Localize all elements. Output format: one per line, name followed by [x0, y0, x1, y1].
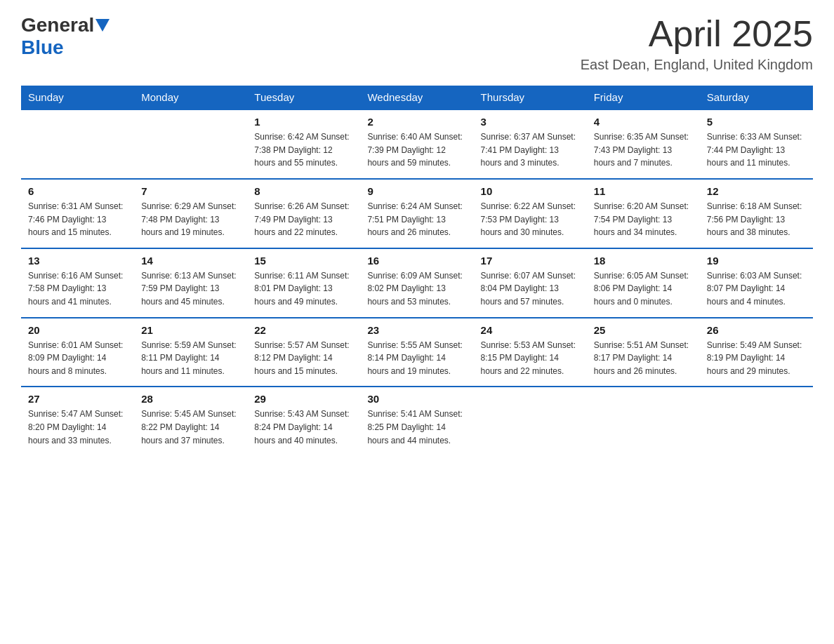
day-info: Sunrise: 5:57 AM Sunset: 8:12 PM Dayligh… [254, 339, 353, 378]
day-info: Sunrise: 5:45 AM Sunset: 8:22 PM Dayligh… [141, 408, 240, 447]
day-info: Sunrise: 6:22 AM Sunset: 7:53 PM Dayligh… [481, 200, 580, 239]
logo-blue-text: Blue [21, 36, 64, 59]
day-info: Sunrise: 6:26 AM Sunset: 7:49 PM Dayligh… [254, 200, 353, 239]
logo: General Blue [21, 14, 111, 59]
calendar-cell: 14Sunrise: 6:13 AM Sunset: 7:59 PM Dayli… [134, 248, 247, 318]
week-row-3: 13Sunrise: 6:16 AM Sunset: 7:58 PM Dayli… [21, 248, 813, 318]
day-number: 3 [481, 116, 580, 128]
day-info: Sunrise: 6:05 AM Sunset: 8:06 PM Dayligh… [594, 269, 693, 309]
day-number: 12 [707, 185, 806, 197]
day-info: Sunrise: 6:11 AM Sunset: 8:01 PM Dayligh… [254, 269, 353, 309]
day-info: Sunrise: 6:42 AM Sunset: 7:38 PM Dayligh… [254, 130, 353, 170]
calendar-cell: 1Sunrise: 6:42 AM Sunset: 7:38 PM Daylig… [247, 109, 360, 179]
subtitle: East Dean, England, United Kingdom [581, 57, 813, 73]
day-number: 15 [254, 255, 353, 267]
day-number: 18 [594, 255, 693, 267]
page-title: April 2025 [581, 14, 813, 54]
day-info: Sunrise: 5:59 AM Sunset: 8:11 PM Dayligh… [141, 339, 240, 378]
calendar-cell: 6Sunrise: 6:31 AM Sunset: 7:46 PM Daylig… [21, 179, 134, 248]
day-number: 9 [367, 185, 466, 197]
calendar-cell: 5Sunrise: 6:33 AM Sunset: 7:44 PM Daylig… [700, 109, 813, 179]
day-info: Sunrise: 5:51 AM Sunset: 8:17 PM Dayligh… [594, 339, 693, 378]
header: General Blue April 2025 East Dean, Engla… [21, 14, 813, 73]
calendar-cell [474, 387, 587, 455]
weekday-header-friday: Friday [587, 86, 700, 109]
day-number: 24 [481, 324, 580, 336]
day-number: 25 [594, 324, 693, 336]
calendar-cell: 3Sunrise: 6:37 AM Sunset: 7:41 PM Daylig… [474, 109, 587, 179]
calendar-cell: 24Sunrise: 5:53 AM Sunset: 8:15 PM Dayli… [474, 318, 587, 387]
calendar-cell: 11Sunrise: 6:20 AM Sunset: 7:54 PM Dayli… [587, 179, 700, 248]
day-number: 26 [707, 324, 806, 336]
day-number: 17 [481, 255, 580, 267]
day-info: Sunrise: 6:37 AM Sunset: 7:41 PM Dayligh… [481, 130, 580, 170]
day-number: 1 [254, 116, 353, 128]
day-info: Sunrise: 6:09 AM Sunset: 8:02 PM Dayligh… [367, 269, 466, 309]
calendar-header: SundayMondayTuesdayWednesdayThursdayFrid… [21, 86, 813, 109]
calendar-cell [134, 109, 247, 179]
day-info: Sunrise: 6:40 AM Sunset: 7:39 PM Dayligh… [367, 130, 466, 170]
logo-triangle-icon [95, 19, 110, 32]
calendar-cell: 9Sunrise: 6:24 AM Sunset: 7:51 PM Daylig… [360, 179, 473, 248]
calendar-cell: 18Sunrise: 6:05 AM Sunset: 8:06 PM Dayli… [587, 248, 700, 318]
day-info: Sunrise: 6:18 AM Sunset: 7:56 PM Dayligh… [707, 200, 806, 239]
calendar-cell: 25Sunrise: 5:51 AM Sunset: 8:17 PM Dayli… [587, 318, 700, 387]
day-number: 13 [28, 255, 127, 267]
day-info: Sunrise: 5:47 AM Sunset: 8:20 PM Dayligh… [28, 408, 127, 447]
calendar-cell: 22Sunrise: 5:57 AM Sunset: 8:12 PM Dayli… [247, 318, 360, 387]
day-info: Sunrise: 5:43 AM Sunset: 8:24 PM Dayligh… [254, 408, 353, 447]
day-number: 29 [254, 393, 353, 405]
day-number: 10 [481, 185, 580, 197]
day-info: Sunrise: 6:16 AM Sunset: 7:58 PM Dayligh… [28, 269, 127, 309]
day-number: 20 [28, 324, 127, 336]
calendar-cell: 16Sunrise: 6:09 AM Sunset: 8:02 PM Dayli… [360, 248, 473, 318]
day-info: Sunrise: 6:03 AM Sunset: 8:07 PM Dayligh… [707, 269, 806, 309]
calendar-cell: 4Sunrise: 6:35 AM Sunset: 7:43 PM Daylig… [587, 109, 700, 179]
calendar-cell: 23Sunrise: 5:55 AM Sunset: 8:14 PM Dayli… [360, 318, 473, 387]
day-number: 14 [141, 255, 240, 267]
weekday-header-tuesday: Tuesday [247, 86, 360, 109]
calendar-cell: 20Sunrise: 6:01 AM Sunset: 8:09 PM Dayli… [21, 318, 134, 387]
day-info: Sunrise: 5:49 AM Sunset: 8:19 PM Dayligh… [707, 339, 806, 378]
day-number: 22 [254, 324, 353, 336]
day-info: Sunrise: 6:20 AM Sunset: 7:54 PM Dayligh… [594, 200, 693, 239]
logo-general-text: General [21, 14, 94, 36]
week-row-2: 6Sunrise: 6:31 AM Sunset: 7:46 PM Daylig… [21, 179, 813, 248]
weekday-header-monday: Monday [134, 86, 247, 109]
calendar-cell: 13Sunrise: 6:16 AM Sunset: 7:58 PM Dayli… [21, 248, 134, 318]
day-info: Sunrise: 5:55 AM Sunset: 8:14 PM Dayligh… [367, 339, 466, 378]
title-area: April 2025 East Dean, England, United Ki… [581, 14, 813, 73]
calendar-cell: 26Sunrise: 5:49 AM Sunset: 8:19 PM Dayli… [700, 318, 813, 387]
calendar-cell: 21Sunrise: 5:59 AM Sunset: 8:11 PM Dayli… [134, 318, 247, 387]
day-info: Sunrise: 6:35 AM Sunset: 7:43 PM Dayligh… [594, 130, 693, 170]
week-row-5: 27Sunrise: 5:47 AM Sunset: 8:20 PM Dayli… [21, 387, 813, 455]
day-number: 11 [594, 185, 693, 197]
day-number: 6 [28, 185, 127, 197]
day-number: 19 [707, 255, 806, 267]
calendar-cell: 28Sunrise: 5:45 AM Sunset: 8:22 PM Dayli… [134, 387, 247, 455]
calendar-cell [21, 109, 134, 179]
day-info: Sunrise: 5:53 AM Sunset: 8:15 PM Dayligh… [481, 339, 580, 378]
weekday-header-saturday: Saturday [700, 86, 813, 109]
weekday-header-wednesday: Wednesday [360, 86, 473, 109]
weekday-row: SundayMondayTuesdayWednesdayThursdayFrid… [21, 86, 813, 109]
day-number: 8 [254, 185, 353, 197]
weekday-header-sunday: Sunday [21, 86, 134, 109]
calendar-cell: 8Sunrise: 6:26 AM Sunset: 7:49 PM Daylig… [247, 179, 360, 248]
calendar-table: SundayMondayTuesdayWednesdayThursdayFrid… [21, 86, 813, 455]
day-info: Sunrise: 5:41 AM Sunset: 8:25 PM Dayligh… [367, 408, 466, 447]
day-number: 5 [707, 116, 806, 128]
day-info: Sunrise: 6:07 AM Sunset: 8:04 PM Dayligh… [481, 269, 580, 309]
calendar-cell: 17Sunrise: 6:07 AM Sunset: 8:04 PM Dayli… [474, 248, 587, 318]
day-info: Sunrise: 6:01 AM Sunset: 8:09 PM Dayligh… [28, 339, 127, 378]
day-number: 4 [594, 116, 693, 128]
day-number: 7 [141, 185, 240, 197]
day-number: 21 [141, 324, 240, 336]
day-info: Sunrise: 6:31 AM Sunset: 7:46 PM Dayligh… [28, 200, 127, 239]
day-info: Sunrise: 6:29 AM Sunset: 7:48 PM Dayligh… [141, 200, 240, 239]
calendar-cell: 12Sunrise: 6:18 AM Sunset: 7:56 PM Dayli… [700, 179, 813, 248]
calendar-cell: 30Sunrise: 5:41 AM Sunset: 8:25 PM Dayli… [360, 387, 473, 455]
day-number: 27 [28, 393, 127, 405]
weekday-header-thursday: Thursday [474, 86, 587, 109]
calendar-cell: 27Sunrise: 5:47 AM Sunset: 8:20 PM Dayli… [21, 387, 134, 455]
